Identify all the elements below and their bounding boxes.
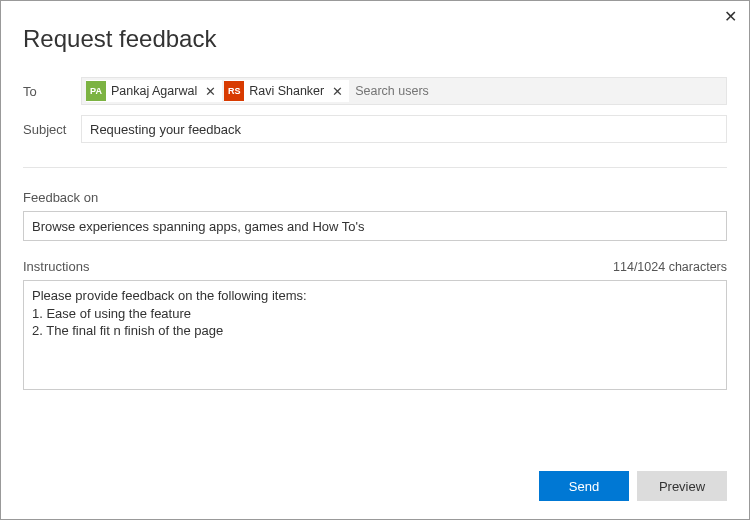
avatar: PA (86, 81, 106, 101)
feedback-on-label: Feedback on (23, 190, 727, 205)
dialog-title: Request feedback (23, 25, 727, 53)
to-row: To PA Pankaj Agarwal ✕ RS Ravi Shanker ✕ (23, 77, 727, 105)
recipient-chip: RS Ravi Shanker ✕ (224, 80, 349, 102)
recipient-chip: PA Pankaj Agarwal ✕ (86, 80, 222, 102)
character-counter: 114/1024 characters (613, 260, 727, 274)
close-icon: ✕ (205, 84, 216, 99)
to-input[interactable]: PA Pankaj Agarwal ✕ RS Ravi Shanker ✕ (81, 77, 727, 105)
remove-recipient-button[interactable]: ✕ (330, 85, 345, 98)
avatar: RS (224, 81, 244, 101)
preview-button[interactable]: Preview (637, 471, 727, 501)
search-users-input[interactable] (351, 84, 722, 98)
recipient-name: Ravi Shanker (249, 84, 324, 98)
instructions-textarea[interactable] (23, 280, 727, 390)
subject-label: Subject (23, 122, 81, 137)
close-button[interactable]: ✕ (722, 7, 739, 27)
request-feedback-dialog: ✕ Request feedback To PA Pankaj Agarwal … (0, 0, 750, 520)
divider (23, 167, 727, 168)
close-icon: ✕ (724, 8, 737, 25)
send-button[interactable]: Send (539, 471, 629, 501)
dialog-footer: Send Preview (23, 471, 727, 501)
subject-row: Subject (23, 115, 727, 143)
feedback-on-input[interactable] (23, 211, 727, 241)
instructions-label: Instructions (23, 259, 89, 274)
recipient-name: Pankaj Agarwal (111, 84, 197, 98)
instructions-label-row: Instructions 114/1024 characters (23, 259, 727, 280)
close-icon: ✕ (332, 84, 343, 99)
subject-input[interactable] (81, 115, 727, 143)
to-label: To (23, 84, 81, 99)
remove-recipient-button[interactable]: ✕ (203, 85, 218, 98)
